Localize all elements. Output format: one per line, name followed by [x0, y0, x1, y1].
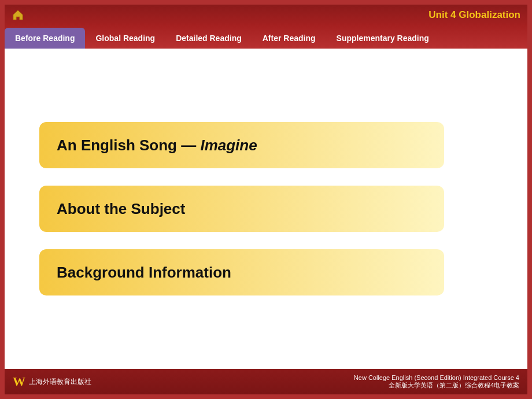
card-english-song-text: An English Song — Imagine	[57, 136, 257, 154]
unit-title: Unit 4 Globalization	[428, 9, 520, 21]
home-icon[interactable]	[12, 9, 24, 21]
footer-right-line2: 全新版大学英语（第二版）综合教程4电子教案	[354, 381, 519, 390]
tab-before-reading[interactable]: Before Reading	[5, 28, 85, 49]
tab-supplementary-reading[interactable]: Supplementary Reading	[326, 28, 439, 49]
footer-logo-text: 上海外语教育出版社	[29, 377, 91, 387]
tab-after-reading[interactable]: After Reading	[252, 28, 326, 49]
tab-detailed-reading[interactable]: Detailed Reading	[165, 28, 252, 49]
footer-right: New College English (Second Edition) Int…	[354, 374, 519, 390]
top-bar: Unit 4 Globalization	[5, 5, 527, 25]
main-content: An English Song — Imagine About the Subj…	[5, 49, 527, 369]
card-background-info-text: Background Information	[57, 264, 231, 282]
footer-right-line1: New College English (Second Edition) Int…	[354, 374, 519, 381]
footer-logo-w: W	[13, 374, 25, 389]
card-about-subject[interactable]: About the Subject	[39, 186, 444, 232]
nav-tabs: Before Reading Global Reading Detailed R…	[5, 25, 527, 49]
inner-frame: Unit 4 Globalization Before Reading Glob…	[5, 5, 527, 394]
footer-logo: W 上海外语教育出版社	[13, 374, 91, 389]
card-english-song[interactable]: An English Song — Imagine	[39, 122, 444, 168]
tab-global-reading[interactable]: Global Reading	[85, 28, 165, 49]
card-background-info[interactable]: Background Information	[39, 249, 444, 295]
card-about-subject-text: About the Subject	[57, 200, 185, 218]
outer-frame: Unit 4 Globalization Before Reading Glob…	[0, 0, 532, 399]
footer: W 上海外语教育出版社 New College English (Second …	[5, 369, 527, 394]
